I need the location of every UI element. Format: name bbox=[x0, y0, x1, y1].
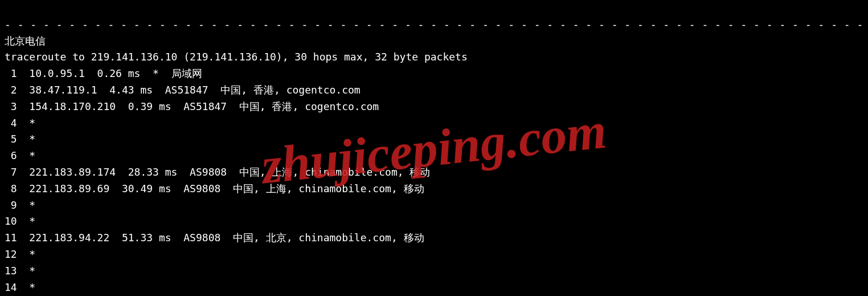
hop-row: 7 221.183.89.174 28.33 ms AS9808 中国, 上海,… bbox=[5, 166, 430, 178]
hop-number: 2 bbox=[5, 84, 17, 96]
hop-number: 12 bbox=[5, 248, 17, 260]
traceroute-title: 北京电信 bbox=[5, 35, 46, 47]
hop-rest: * bbox=[17, 133, 36, 145]
hop-rest: 10.0.95.1 0.26 ms * 局域网 bbox=[17, 67, 202, 79]
hop-row: 11 221.183.94.22 51.33 ms AS9808 中国, 北京,… bbox=[5, 232, 424, 244]
hop-row: 14 * bbox=[5, 281, 35, 293]
hop-row: 13 * bbox=[5, 265, 35, 277]
hop-rest: * bbox=[17, 265, 36, 277]
hop-number: 10 bbox=[5, 215, 17, 227]
hop-rest: * bbox=[17, 281, 36, 293]
hop-number: 5 bbox=[5, 133, 17, 145]
hop-row: 2 38.47.119.1 4.43 ms AS51847 中国, 香港, co… bbox=[5, 84, 361, 96]
hop-number: 4 bbox=[5, 117, 17, 129]
hop-rest: 38.47.119.1 4.43 ms AS51847 中国, 香港, coge… bbox=[17, 84, 361, 96]
hop-row: 10 * bbox=[5, 215, 35, 227]
hop-rest: * bbox=[17, 215, 36, 227]
hop-rest: * bbox=[17, 248, 36, 260]
hop-row: 1 10.0.95.1 0.26 ms * 局域网 bbox=[5, 67, 202, 79]
hop-number: 14 bbox=[5, 281, 17, 293]
hop-number: 3 bbox=[5, 100, 17, 112]
hop-number: 11 bbox=[5, 232, 17, 244]
hop-row: 5 * bbox=[5, 133, 35, 145]
hop-rest: 154.18.170.210 0.39 ms AS51847 中国, 香港, c… bbox=[17, 100, 379, 112]
hop-number: 13 bbox=[5, 265, 17, 277]
hop-row: 6 * bbox=[5, 149, 35, 161]
hop-row: 12 * bbox=[5, 248, 35, 260]
hop-number: 1 bbox=[5, 67, 17, 79]
hop-rest: 221.183.89.69 30.49 ms AS9808 中国, 上海, ch… bbox=[17, 183, 424, 194]
hop-row: 8 221.183.89.69 30.49 ms AS9808 中国, 上海, … bbox=[5, 183, 424, 194]
hop-row: 3 154.18.170.210 0.39 ms AS51847 中国, 香港,… bbox=[5, 100, 379, 112]
hop-rest: * bbox=[17, 199, 36, 211]
hop-number: 9 bbox=[5, 199, 17, 211]
terminal-output: - - - - - - - - - - - - - - - - - - - - … bbox=[0, 0, 868, 296]
traceroute-intro: traceroute to 219.141.136.10 (219.141.13… bbox=[5, 51, 468, 63]
divider-line: - - - - - - - - - - - - - - - - - - - - … bbox=[5, 18, 868, 30]
hop-number: 7 bbox=[5, 166, 17, 178]
hop-row: 9 * bbox=[5, 199, 35, 211]
hop-row: 4 * bbox=[5, 117, 35, 129]
hop-rest: 221.183.94.22 51.33 ms AS9808 中国, 北京, ch… bbox=[17, 232, 424, 244]
hop-rest: * bbox=[17, 117, 36, 129]
hop-number: 6 bbox=[5, 149, 17, 161]
hop-rest: * bbox=[17, 149, 36, 161]
hop-rest: 221.183.89.174 28.33 ms AS9808 中国, 上海, c… bbox=[17, 166, 431, 178]
hop-number: 8 bbox=[5, 183, 17, 194]
